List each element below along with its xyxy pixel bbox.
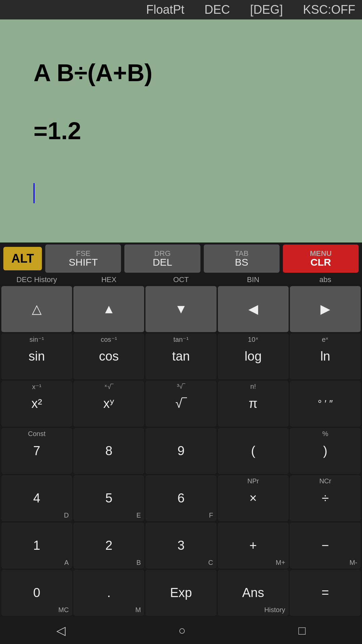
nav-label-oct[interactable]: OCT <box>145 275 216 285</box>
row-456: 4 D 5 E 6 F NPr × NCr ÷ <box>1 475 361 521</box>
arrow-left-filled[interactable]: ◀ <box>218 286 289 332</box>
nav-label-row: DEC History HEX OCT BIN abs <box>0 275 362 285</box>
arrow-up-filled[interactable]: ▲ <box>73 286 144 332</box>
btn-equals[interactable]: = <box>290 570 361 616</box>
nav-label-dec[interactable]: DEC History <box>1 275 72 285</box>
btn-7[interactable]: Const 7 <box>1 428 72 474</box>
sqrt-button[interactable]: ³√‾ √‾ <box>145 381 216 427</box>
calc-body: ALT FSE SHIFT DRG DEL TAB BS MENU CLR DE… <box>0 243 362 617</box>
back-icon[interactable]: ◁ <box>56 624 66 638</box>
btn-close-paren[interactable]: % ) <box>290 428 361 474</box>
arrow-right-filled[interactable]: ▶ <box>290 286 361 332</box>
cursor <box>34 183 35 203</box>
sin-button[interactable]: sin⁻¹ sin <box>1 333 72 379</box>
x-row: x⁻¹ x² ˣ√‾ xʸ ³√‾ √‾ n! π ° ′ ″ <box>1 381 361 427</box>
btn-9[interactable]: 9 <box>145 428 216 474</box>
del-button[interactable]: DRG DEL <box>124 245 200 273</box>
btn-8[interactable]: 8 <box>73 428 144 474</box>
mode-ksc[interactable]: KSC:OFF <box>303 3 355 17</box>
del-label: DEL <box>153 257 172 268</box>
btn-divide[interactable]: NCr ÷ <box>290 475 361 521</box>
btn-open-paren[interactable]: ( <box>218 428 289 474</box>
row-123: 1 A 2 B 3 C + M+ − M- <box>1 523 361 569</box>
btn-5[interactable]: 5 E <box>73 475 144 521</box>
display-line1: A B÷(A+B) <box>34 59 153 86</box>
btn-minus[interactable]: − M- <box>290 523 361 569</box>
log-button[interactable]: 10ˣ log <box>218 333 289 379</box>
btn-dot[interactable]: . M <box>73 570 144 616</box>
alt-button[interactable]: ALT <box>3 247 42 270</box>
arrow-row: △ ▲ ▼ ◀ ▶ <box>1 286 361 332</box>
bottom-nav: ◁ ○ □ <box>0 617 362 644</box>
row-789: Const 7 8 9 ( % ) <box>1 428 361 474</box>
btn-2[interactable]: 2 B <box>73 523 144 569</box>
top-bar: FloatPt DEC [DEG] KSC:OFF <box>0 0 362 19</box>
cos-button[interactable]: cos⁻¹ cos <box>73 333 144 379</box>
shift-label: SHIFT <box>69 257 98 268</box>
display-text: A B÷(A+B) =1.2 <box>7 30 355 232</box>
row-0: 0 MC . M Exp Ans History = <box>1 570 361 616</box>
x-squared-button[interactable]: x⁻¹ x² <box>1 381 72 427</box>
recents-icon[interactable]: □ <box>298 624 306 638</box>
clr-button[interactable]: MENU CLR <box>283 245 359 273</box>
btn-1[interactable]: 1 A <box>1 523 72 569</box>
button-grid: △ ▲ ▼ ◀ ▶ sin⁻¹ sin cos⁻¹ cos <box>0 285 362 617</box>
dms-button[interactable]: ° ′ ″ <box>290 381 361 427</box>
btn-4[interactable]: 4 D <box>1 475 72 521</box>
nav-label-abs[interactable]: abs <box>290 275 361 285</box>
nav-label-hex[interactable]: HEX <box>73 275 144 285</box>
nav-label-bin[interactable]: BIN <box>218 275 289 285</box>
pi-button[interactable]: n! π <box>218 381 289 427</box>
display-line2: =1.2 <box>34 117 81 144</box>
btn-plus[interactable]: + M+ <box>218 523 289 569</box>
ln-button[interactable]: eˣ ln <box>290 333 361 379</box>
btn-6[interactable]: 6 F <box>145 475 216 521</box>
arrow-down-filled[interactable]: ▼ <box>145 286 216 332</box>
arrow-up-hollow[interactable]: △ <box>1 286 72 332</box>
bs-button[interactable]: TAB BS <box>204 245 280 273</box>
mode-row: ALT FSE SHIFT DRG DEL TAB BS MENU CLR <box>0 243 362 275</box>
bs-label: BS <box>235 257 248 268</box>
trig-row: sin⁻¹ sin cos⁻¹ cos tan⁻¹ tan 10ˣ log eˣ… <box>1 333 361 379</box>
btn-3[interactable]: 3 C <box>145 523 216 569</box>
display-area[interactable]: A B÷(A+B) =1.2 <box>0 19 362 243</box>
clr-label: CLR <box>310 257 331 268</box>
xy-button[interactable]: ˣ√‾ xʸ <box>73 381 144 427</box>
mode-dec[interactable]: DEC <box>204 3 230 17</box>
btn-ans[interactable]: Ans History <box>218 570 289 616</box>
btn-exp[interactable]: Exp <box>145 570 216 616</box>
mode-deg[interactable]: [DEG] <box>250 3 283 17</box>
tan-button[interactable]: tan⁻¹ tan <box>145 333 216 379</box>
home-icon[interactable]: ○ <box>178 624 186 638</box>
btn-0[interactable]: 0 MC <box>1 570 72 616</box>
shift-button[interactable]: FSE SHIFT <box>45 245 121 273</box>
mode-floatpt[interactable]: FloatPt <box>146 3 184 17</box>
btn-multiply[interactable]: NPr × <box>218 475 289 521</box>
